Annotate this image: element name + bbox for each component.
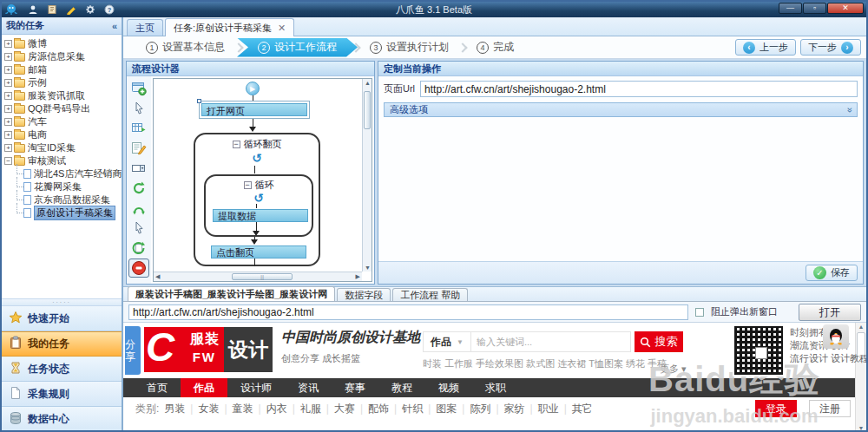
category-link[interactable]: 家纺 bbox=[504, 402, 525, 416]
tree-expander-icon[interactable]: + bbox=[4, 105, 12, 113]
hotword-links[interactable]: 时装 工作服 手绘效果图 款式图 连衣裙 T恤图案 绣花 手稿 bbox=[423, 357, 667, 370]
scrollbar-thumb[interactable]: ⠿ bbox=[232, 273, 293, 280]
tree-item-folder[interactable]: +汽车 bbox=[4, 115, 122, 128]
search-button[interactable]: 搜索 bbox=[635, 331, 683, 352]
tab-home[interactable]: 主页 bbox=[127, 19, 163, 36]
wizard-step-4[interactable]: 4完成 bbox=[461, 38, 529, 57]
page-url-input[interactable] bbox=[420, 81, 858, 97]
flow-container-label[interactable]: 循环 bbox=[255, 179, 274, 192]
sidebar-nav-database[interactable]: 数据中心 bbox=[2, 407, 122, 432]
flow-canvas[interactable]: ▶ 打开网页 −循环翻页 ↺ bbox=[153, 78, 372, 282]
tree-item-folder[interactable]: +淘宝ID采集 bbox=[4, 141, 122, 154]
wizard-step-3[interactable]: 3设置执行计划 bbox=[354, 38, 464, 57]
flow-container-loop-page[interactable]: −循环翻页 ↺ −循环 ↺ 提取数据 bbox=[194, 133, 320, 266]
tool-cursor-icon[interactable] bbox=[128, 99, 149, 118]
tree-item-task[interactable]: 原创设计手稿采集 bbox=[23, 206, 122, 219]
site-nav-item[interactable]: 设计师 bbox=[227, 378, 285, 397]
tree-item-folder[interactable]: +示例 bbox=[4, 76, 122, 89]
save-button[interactable]: ✓保存 bbox=[806, 265, 858, 281]
collapse-toggle-icon[interactable]: − bbox=[233, 141, 240, 148]
flow-start-node[interactable]: ▶ bbox=[246, 82, 260, 95]
collapse-toggle-icon[interactable]: − bbox=[244, 181, 252, 189]
tree-item-task[interactable]: 京东商品数据采集 bbox=[23, 193, 122, 206]
flow-node-open-page[interactable]: 打开网页 bbox=[201, 103, 307, 116]
tool-branch-icon[interactable] bbox=[128, 199, 149, 218]
tool-input-box-icon[interactable] bbox=[128, 159, 149, 178]
tree-expander-icon[interactable]: + bbox=[4, 144, 12, 152]
help-icon[interactable]: ? bbox=[102, 3, 116, 16]
prev-step-button[interactable]: ‹上一步 bbox=[735, 39, 796, 56]
category-link[interactable]: 内衣 bbox=[266, 402, 287, 416]
search-category-select[interactable]: 作品▼ bbox=[423, 331, 470, 352]
tree-item-task[interactable]: 花瓣网采集 bbox=[23, 180, 122, 193]
login-button[interactable]: 登录 bbox=[755, 400, 797, 417]
tree-item-folder[interactable]: +电商 bbox=[4, 128, 122, 141]
tree-item-folder[interactable]: +微博 bbox=[4, 37, 122, 50]
register-button[interactable]: 注册 bbox=[809, 400, 851, 417]
tree-item-folder[interactable]: +邮箱 bbox=[4, 63, 122, 76]
site-nav-item[interactable]: 作品 bbox=[181, 378, 227, 397]
close-button[interactable]: ✕ bbox=[827, 3, 864, 14]
tool-stop-icon[interactable] bbox=[128, 259, 149, 278]
settings-icon[interactable] bbox=[83, 3, 97, 16]
tool-open-page-icon[interactable] bbox=[128, 79, 149, 98]
category-link[interactable]: 图案 bbox=[436, 402, 457, 416]
search-input[interactable] bbox=[470, 331, 631, 352]
tree-expander-icon[interactable]: + bbox=[4, 66, 12, 74]
flow-node-extract[interactable]: 提取数据 bbox=[213, 209, 308, 222]
category-link[interactable]: 礼服 bbox=[300, 402, 321, 416]
site-logo[interactable]: C 服装 FW 设计 bbox=[144, 327, 273, 372]
site-nav-item[interactable]: 视频 bbox=[425, 378, 472, 397]
tree-expander-icon[interactable]: + bbox=[4, 92, 12, 100]
sidebar-collapse-icon[interactable]: « bbox=[112, 21, 117, 31]
category-link[interactable]: 男装 bbox=[164, 402, 185, 416]
browser-tab-2[interactable]: 工作流程 帮助 bbox=[392, 288, 468, 301]
flow-container-loop[interactable]: −循环 ↺ 提取数据 bbox=[204, 174, 313, 237]
block-popup-checkbox[interactable] bbox=[695, 308, 704, 317]
category-link[interactable]: 配饰 bbox=[368, 402, 389, 416]
tree-expander-icon[interactable]: + bbox=[4, 53, 12, 61]
category-link[interactable]: 针织 bbox=[402, 402, 423, 416]
category-link[interactable]: 职业 bbox=[538, 402, 559, 416]
sidebar-nav-document[interactable]: 采集规则 bbox=[2, 382, 122, 407]
flow-node-open-page-selected[interactable]: 打开网页 bbox=[199, 101, 310, 119]
browser-tab-1[interactable]: 数据字段 bbox=[337, 288, 391, 301]
category-link[interactable]: 女装 bbox=[198, 402, 219, 416]
site-nav-item[interactable]: 赛事 bbox=[332, 378, 378, 397]
site-nav-item[interactable]: 资讯 bbox=[285, 378, 332, 397]
pencil-icon[interactable] bbox=[64, 3, 78, 16]
tree-item-folder[interactable]: +QQ群号码导出 bbox=[4, 102, 122, 115]
category-link[interactable]: 其它 bbox=[572, 402, 593, 416]
sidebar-nav-hourglass[interactable]: 任务状态 bbox=[2, 357, 122, 382]
sidebar-nav-clipboard[interactable]: 我的任务 bbox=[2, 331, 122, 357]
minimize-button[interactable]: — bbox=[779, 3, 802, 14]
category-link[interactable]: 陈列 bbox=[470, 402, 490, 416]
tree-expander-icon[interactable]: − bbox=[4, 157, 12, 165]
tool-edit-form-icon[interactable] bbox=[128, 139, 149, 158]
close-tab-icon[interactable]: ✕ bbox=[278, 23, 286, 32]
category-link[interactable]: 童装 bbox=[233, 402, 253, 416]
tool-loop-pages-icon[interactable] bbox=[128, 239, 149, 258]
category-link[interactable]: 大赛 bbox=[334, 402, 355, 416]
sidebar-nav-star[interactable]: 快速开始 bbox=[2, 306, 122, 331]
tab-task[interactable]: 任务:原创设计手稿采集✕ bbox=[165, 18, 294, 36]
wizard-step-2[interactable]: 2设计工作流程 bbox=[237, 38, 358, 57]
site-nav-item[interactable]: 首页 bbox=[134, 378, 181, 397]
more-link[interactable]: 更多 ▾ bbox=[660, 363, 687, 376]
tree-expander-icon[interactable]: + bbox=[4, 131, 12, 139]
site-nav-item[interactable]: 教程 bbox=[378, 378, 425, 397]
notebook-icon[interactable] bbox=[45, 3, 59, 16]
share-tab[interactable]: 分享 bbox=[125, 326, 141, 375]
browser-url-input[interactable] bbox=[128, 304, 688, 320]
tool-extract-table-icon[interactable] bbox=[128, 119, 149, 138]
tree-item-task[interactable]: 湖北4S店汽车经销商大全 bbox=[23, 167, 122, 180]
scrollbar-thumb[interactable] bbox=[364, 91, 371, 129]
browser-tab-0[interactable]: 服装设计手稿图_服装设计手绘图_服装设计网 bbox=[128, 286, 335, 301]
sidebar-splitter[interactable]: ····· bbox=[2, 298, 122, 306]
flow-node-click-page[interactable]: 点击翻页 bbox=[211, 245, 306, 259]
tree-expander-icon[interactable]: + bbox=[4, 79, 12, 87]
wizard-step-1[interactable]: 1设置基本信息 bbox=[130, 38, 240, 57]
tree-item-folder[interactable]: +服装资讯抓取 bbox=[4, 89, 122, 102]
open-url-button[interactable]: 打开 bbox=[799, 304, 861, 321]
tree-expander-icon[interactable]: + bbox=[4, 118, 12, 126]
